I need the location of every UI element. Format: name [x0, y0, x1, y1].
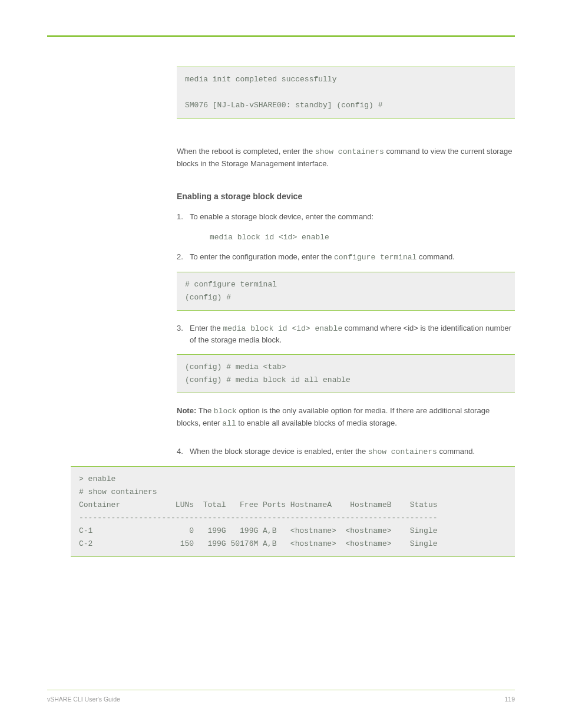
text: command.	[416, 252, 454, 261]
cmd-media-block-enable: media block id <id> enable	[210, 233, 329, 242]
step-number: 4.	[177, 446, 190, 457]
top-rule	[47, 35, 515, 37]
text: Enter the	[190, 324, 223, 332]
code-block-show-containers-output: > enable # show containers Container LUN…	[71, 466, 515, 558]
note-label: Note:	[177, 406, 199, 415]
code-block-media-tab: (config) # media <tab> (config) # media …	[177, 354, 515, 393]
text: The	[199, 406, 214, 415]
code-block-media-init: media init completed successfully SM076 …	[177, 67, 515, 118]
note-block-option: Note: The block option is the only avail…	[177, 405, 515, 429]
text: command.	[437, 447, 475, 456]
code-line: SM076 [NJ-Lab-vSHARE00: standby] (config…	[185, 101, 382, 110]
step-4: 4.When the block storage device is enabl…	[177, 446, 515, 458]
cmd-block: block	[214, 407, 237, 416]
paragraph-show-containers-intro: When the reboot is completed, enter the …	[177, 146, 515, 169]
main-column: media init completed successfully SM076 …	[177, 67, 515, 458]
step-2: 2.To enter the configuration mode, enter…	[177, 251, 515, 263]
text: When the block storage device is enabled…	[190, 447, 368, 456]
step-3: 3.Enter the media block id <id> enable c…	[177, 322, 515, 346]
cmd-media-block-id-enable: media block id <id> enable	[223, 324, 342, 333]
step-number: 1.	[177, 211, 190, 223]
text: to enable all available blocks of media …	[236, 419, 397, 427]
code-block-configure-terminal: # configure terminal (config) #	[177, 272, 515, 311]
step-number: 2.	[177, 251, 190, 263]
step-1: 1.To enable a storage block device, ente…	[177, 211, 515, 223]
code-line: media init completed successfully	[185, 75, 336, 84]
footer-page-number: 119	[504, 695, 515, 704]
cmd-show-containers: show containers	[315, 147, 384, 156]
text: To enable a storage block device, enter …	[190, 212, 373, 221]
text: When the reboot is completed, enter the	[177, 147, 315, 156]
cmd-all: all	[222, 419, 236, 428]
page-container: media init completed successfully SM076 …	[0, 0, 562, 728]
step-1-cmd-line: media block id <id> enable	[177, 231, 515, 243]
footer-left: vSHARE CLI User's Guide	[47, 695, 120, 704]
heading-enabling-storage-block: Enabling a storage block device	[177, 190, 515, 203]
cmd-show-containers: show containers	[368, 447, 437, 456]
page-footer: vSHARE CLI User's Guide 119	[47, 690, 515, 704]
step-number: 3.	[177, 322, 190, 334]
text: To enter the configuration mode, enter t…	[190, 252, 334, 261]
cmd-configure-terminal: configure terminal	[334, 253, 416, 262]
